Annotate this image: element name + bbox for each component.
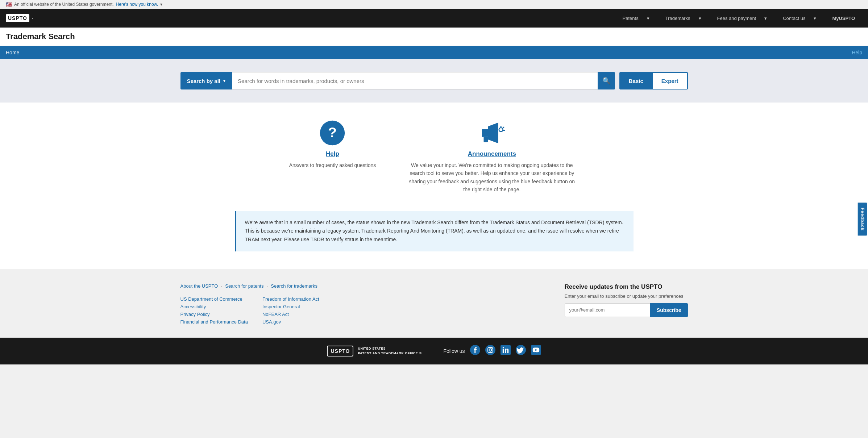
page-title: Trademark Search <box>6 32 862 41</box>
svg-rect-15 <box>502 349 504 353</box>
footer-col-2: Freedom of Information Act Inspector Gen… <box>262 296 319 327</box>
footer-inspector-link[interactable]: Inspector General <box>262 304 319 309</box>
footer-financial-link[interactable]: Financial and Performance Data <box>180 319 248 325</box>
footer: About the USPTO · Search for patents · S… <box>0 269 868 338</box>
logo-text: USPTO <box>6 14 29 22</box>
bottom-logo: USPTO UNITED STATES PATENT AND TRADEMARK… <box>327 346 421 356</box>
info-cards: ? Help Answers to frequently asked quest… <box>217 120 652 194</box>
nav-trademarks[interactable]: Trademarks ▾ <box>658 11 709 25</box>
logo[interactable]: USPTO · <box>6 14 33 22</box>
announcements-card-description: We value your input. We're committed to … <box>405 161 579 194</box>
footer-accessibility-link[interactable]: Accessibility <box>180 304 248 309</box>
subscribe-row: Subscribe <box>565 303 688 317</box>
help-card-link[interactable]: Help <box>289 150 376 158</box>
subscribe-description: Enter your email to subscribe or update … <box>565 293 688 299</box>
search-submit-button[interactable]: 🔍 <box>598 72 615 89</box>
svg-marker-2 <box>482 129 488 137</box>
linkedin-icon[interactable] <box>501 345 511 357</box>
help-card-icon: ? <box>289 120 376 146</box>
footer-inner: About the USPTO · Search for patents · S… <box>180 283 688 327</box>
contact-dropdown-icon: ▾ <box>810 13 820 23</box>
footer-trademarks-link[interactable]: Search for trademarks <box>271 283 317 289</box>
facebook-icon[interactable] <box>470 345 480 357</box>
gov-banner-text: An official website of the United States… <box>14 2 114 7</box>
search-by-button[interactable]: Search by all ▾ <box>180 72 232 89</box>
bottom-logo-tagline: UNITED STATES PATENT AND TRADEMARK OFFIC… <box>358 346 421 355</box>
breadcrumb-help[interactable]: Help <box>846 46 868 59</box>
header-nav: USPTO · Patents ▾ Trademarks ▾ Fees and … <box>0 9 868 28</box>
gov-banner-link[interactable]: Here's how you know. <box>116 2 158 7</box>
feedback-tab[interactable]: Feedback <box>857 203 867 235</box>
search-by-label: Search by all <box>187 78 221 84</box>
footer-links-section: About the USPTO · Search for patents · S… <box>180 283 543 327</box>
footer-sep-2: · <box>266 283 268 289</box>
svg-line-6 <box>503 127 504 129</box>
nav-patents[interactable]: Patents ▾ <box>615 11 657 25</box>
twitter-icon[interactable] <box>516 345 526 357</box>
trademarks-dropdown-icon: ▾ <box>695 13 705 23</box>
nav-myuspto[interactable]: MyUSPTO <box>825 11 862 25</box>
basic-mode-button[interactable]: Basic <box>619 72 653 89</box>
nav-fees[interactable]: Fees and payment ▾ <box>710 11 774 25</box>
svg-text:?: ? <box>328 124 337 140</box>
youtube-icon[interactable] <box>531 345 541 357</box>
search-area: Search by all ▾ 🔍 Basic Expert <box>0 59 868 103</box>
announcements-card-link[interactable]: Announcements <box>405 150 579 158</box>
footer-cols: US Department of Commerce Accessibility … <box>180 296 543 327</box>
expert-mode-button[interactable]: Expert <box>653 72 688 89</box>
gov-banner: 🇺🇸 An official website of the United Sta… <box>0 0 868 9</box>
search-by-caret-icon: ▾ <box>223 79 225 83</box>
us-flag-icon: 🇺🇸 <box>6 1 12 7</box>
email-input[interactable] <box>565 303 650 317</box>
footer-top-links: About the USPTO · Search for patents · S… <box>180 283 543 289</box>
nav-contact[interactable]: Contact us ▾ <box>776 11 823 25</box>
footer-patents-link[interactable]: Search for patents <box>225 283 263 289</box>
bottom-footer: USPTO UNITED STATES PATENT AND TRADEMARK… <box>0 338 868 364</box>
svg-point-4 <box>499 128 503 132</box>
footer-sep-1: · <box>221 283 222 289</box>
footer-subscribe: Receive updates from the USPTO Enter you… <box>565 283 688 327</box>
announcements-card: Announcements We value your input. We're… <box>405 120 579 194</box>
patents-dropdown-icon: ▾ <box>643 13 653 23</box>
announcements-card-icon <box>405 120 579 146</box>
alert-text: We're aware that in a small number of ca… <box>245 218 625 244</box>
help-card: ? Help Answers to frequently asked quest… <box>289 120 376 194</box>
social-links: Follow us <box>443 345 541 357</box>
subscribe-button[interactable]: Subscribe <box>650 303 688 317</box>
subscribe-title: Receive updates from the USPTO <box>565 283 688 291</box>
footer-privacy-link[interactable]: Privacy Policy <box>180 312 248 317</box>
main-content: ? Help Answers to frequently asked quest… <box>0 103 868 269</box>
footer-usa-link[interactable]: USA.gov <box>262 319 319 325</box>
search-mode-buttons: Basic Expert <box>619 72 688 89</box>
breadcrumb-nav: Home Help <box>0 46 868 59</box>
follow-text: Follow us <box>443 348 465 354</box>
svg-point-10 <box>485 345 495 355</box>
logo-dot: · <box>32 14 33 22</box>
header-nav-links: Patents ▾ Trademarks ▾ Fees and payment … <box>615 11 862 25</box>
footer-foia-link[interactable]: Freedom of Information Act <box>262 296 319 302</box>
page-title-bar: Trademark Search <box>0 28 868 46</box>
fees-dropdown-icon: ▾ <box>761 13 771 23</box>
svg-point-16 <box>502 347 504 349</box>
search-magnifier-icon: 🔍 <box>602 77 610 85</box>
svg-marker-3 <box>488 122 499 143</box>
bottom-logo-text: USPTO <box>327 346 353 356</box>
alert-box: We're aware that in a small number of ca… <box>235 211 634 251</box>
svg-rect-18 <box>531 345 541 355</box>
svg-rect-8 <box>484 137 488 142</box>
dropdown-indicator: ▾ <box>160 2 162 7</box>
instagram-icon[interactable] <box>485 345 495 357</box>
footer-col-1: US Department of Commerce Accessibility … <box>180 296 248 327</box>
svg-point-13 <box>491 348 492 349</box>
footer-nofear-link[interactable]: NoFEAR Act <box>262 312 319 317</box>
search-input[interactable] <box>232 72 598 89</box>
breadcrumb-home[interactable]: Home <box>0 46 25 59</box>
search-row: Search by all ▾ 🔍 Basic Expert <box>180 72 688 89</box>
help-card-description: Answers to frequently asked questions <box>289 161 376 169</box>
footer-about-link[interactable]: About the USPTO <box>180 283 218 289</box>
footer-commerce-link[interactable]: US Department of Commerce <box>180 296 248 302</box>
